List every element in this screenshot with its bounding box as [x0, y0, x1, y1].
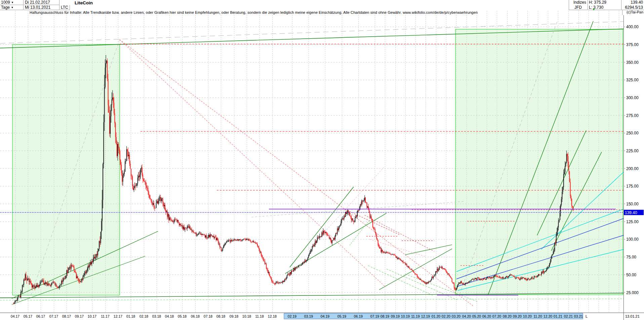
feed-label: JFD — [569, 5, 587, 10]
svg-text:150.00: 150.00 — [626, 202, 639, 206]
chevron-down-icon: ▼ — [11, 1, 14, 4]
svg-text:08.20: 08.20 — [503, 314, 512, 318]
current-price-tag: 139.40 — [624, 210, 644, 215]
svg-text:04.19: 04.19 — [321, 314, 329, 318]
taipan-window: 400.00375.00350.00325.00300.00275.00250.… — [0, 0, 644, 320]
instrument-title: LiteCoin — [73, 0, 94, 5]
svg-text:12.18: 12.18 — [268, 314, 277, 318]
svg-text:10.18: 10.18 — [242, 314, 251, 318]
svg-text:06.17: 06.17 — [36, 314, 45, 318]
price-chart[interactable]: 400.00375.00350.00325.00300.00275.00250.… — [0, 0, 644, 320]
svg-text:04.18: 04.18 — [165, 314, 174, 318]
svg-text:08.17: 08.17 — [62, 314, 71, 318]
svg-text:04.20: 04.20 — [462, 314, 471, 318]
svg-text:75.00: 75.00 — [626, 255, 636, 259]
svg-text:12.20: 12.20 — [544, 314, 552, 318]
end-date-field[interactable]: Mi 13.01.2021 — [24, 5, 59, 10]
svg-text:300.00: 300.00 — [626, 95, 639, 100]
svg-text:175.00: 175.00 — [626, 184, 639, 189]
timeframe-dropdown[interactable]: Tage ▼ — [0, 5, 24, 10]
svg-text:275.00: 275.00 — [626, 113, 639, 118]
svg-text:07.18: 07.18 — [204, 314, 212, 318]
svg-text:07.20: 07.20 — [492, 314, 501, 318]
svg-text:08.18: 08.18 — [216, 314, 225, 318]
svg-text:11.19: 11.19 — [411, 314, 420, 318]
index-value-label: 6294.5/13 — [621, 5, 644, 10]
svg-text:07.17: 07.17 — [49, 314, 58, 318]
svg-text:11.17: 11.17 — [101, 314, 110, 318]
svg-text:250.00: 250.00 — [626, 131, 639, 135]
x-axis-labels[interactable]: 04.1705.1706.1707.1708.1709.1710.1711.17… — [11, 314, 640, 318]
svg-text:375.00: 375.00 — [626, 42, 639, 47]
svg-text:350.00: 350.00 — [626, 60, 639, 65]
svg-text:09.17: 09.17 — [75, 314, 84, 318]
svg-text:02.20: 02.20 — [442, 314, 450, 318]
svg-text:03.18: 03.18 — [152, 314, 161, 318]
svg-text:11.20: 11.20 — [533, 314, 542, 318]
svg-text:06.19: 06.19 — [354, 314, 363, 318]
svg-text:09.18: 09.18 — [230, 314, 238, 318]
symbol-label: LTC — [60, 5, 70, 10]
svg-text:125.00: 125.00 — [626, 219, 639, 224]
svg-text:09.19: 09.19 — [391, 314, 400, 318]
svg-text:05.17: 05.17 — [24, 314, 32, 318]
svg-text:200.00: 200.00 — [626, 166, 639, 171]
svg-text:13.01.21: 13.01.21 — [625, 314, 640, 318]
svg-text:03.21: 03.21 — [574, 314, 583, 318]
start-date-field[interactable]: Di 21.02.2017 — [24, 0, 59, 5]
svg-text:03.19: 03.19 — [304, 314, 313, 318]
svg-text:05.18: 05.18 — [178, 314, 187, 318]
last-price-label: 139.40 — [621, 0, 644, 5]
trend-zone-fills — [12, 29, 623, 295]
svg-text:01.21: 01.21 — [554, 314, 562, 318]
svg-text:07.19: 07.19 — [370, 314, 379, 318]
svg-text:11.18: 11.18 — [255, 314, 264, 318]
svg-text:L: L — [586, 314, 588, 318]
exchange-label: Indizes — [569, 0, 587, 5]
chevron-down-icon: ▼ — [11, 6, 13, 9]
svg-text:09.20: 09.20 — [513, 314, 522, 318]
period-high-label: H: 375.29 — [588, 0, 621, 5]
svg-text:10.19: 10.19 — [401, 314, 410, 318]
svg-text:25.000: 25.000 — [626, 290, 639, 295]
svg-text:06.18: 06.18 — [191, 314, 200, 318]
copyright-label: (c)Tai-Pan — [622, 10, 644, 15]
disclaimer-text: Haftungsausschluss für Inhalte: Alle Tre… — [30, 10, 478, 14]
svg-text:12.19: 12.19 — [421, 314, 430, 318]
svg-text:02.18: 02.18 — [139, 314, 148, 318]
svg-text:03.20: 03.20 — [452, 314, 460, 318]
svg-text:02.19: 02.19 — [288, 314, 296, 318]
svg-text:12.17: 12.17 — [114, 314, 122, 318]
svg-text:02.21: 02.21 — [564, 314, 573, 318]
bars-count-dropdown[interactable]: 1009 ▼ — [0, 0, 24, 5]
svg-text:10.17: 10.17 — [88, 314, 96, 318]
marker-triangle-icon: ▼ — [592, 8, 595, 11]
svg-text:50.00: 50.00 — [626, 273, 636, 277]
svg-text:325.00: 325.00 — [626, 78, 639, 82]
svg-text:04.17: 04.17 — [11, 314, 19, 318]
svg-text:400.00: 400.00 — [626, 25, 639, 29]
svg-text:139.40: 139.40 — [625, 210, 637, 215]
svg-text:08.19: 08.19 — [380, 314, 389, 318]
svg-text:10.20: 10.20 — [523, 314, 532, 318]
svg-text:01.18: 01.18 — [126, 314, 135, 318]
svg-text:225.00: 225.00 — [626, 149, 639, 153]
svg-text:05.20: 05.20 — [472, 314, 481, 318]
svg-text:05.19: 05.19 — [337, 314, 346, 318]
svg-text:06.20: 06.20 — [482, 314, 491, 318]
svg-text:100.00: 100.00 — [626, 237, 639, 242]
svg-text:01.20: 01.20 — [432, 314, 440, 318]
